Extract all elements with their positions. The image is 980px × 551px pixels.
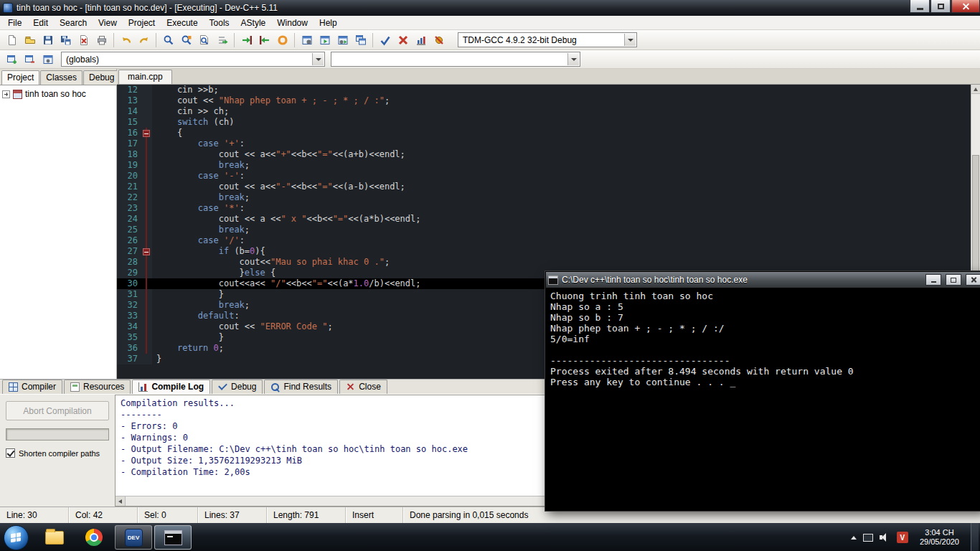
fold-margin[interactable] [141, 149, 152, 160]
fold-toggle-icon[interactable] [143, 130, 150, 137]
code-text[interactable]: break; [152, 192, 250, 203]
fold-margin[interactable] [141, 300, 152, 311]
print-icon[interactable] [93, 32, 110, 49]
code-text[interactable]: cout<<"Mau so phai khac 0 ."; [152, 257, 390, 268]
code-text[interactable]: break; [152, 300, 250, 311]
line-number[interactable]: 20 [117, 171, 141, 182]
code-text[interactable]: { [152, 128, 182, 138]
member-select[interactable] [331, 52, 580, 67]
member-dropdown-arrow[interactable] [567, 53, 579, 65]
code-text[interactable]: break; [152, 160, 250, 171]
menu-view[interactable]: View [93, 16, 123, 29]
code-line[interactable]: 26 case '/': [117, 235, 971, 246]
fold-margin[interactable] [141, 289, 152, 300]
code-text[interactable]: case '/': [152, 235, 245, 246]
fold-margin[interactable] [141, 117, 152, 128]
syntax-check-icon[interactable] [376, 32, 394, 49]
menu-file[interactable]: File [2, 16, 27, 29]
show-desktop-button[interactable] [971, 523, 979, 551]
fold-margin[interactable] [141, 311, 152, 321]
code-text[interactable]: cin >>b; [152, 85, 219, 95]
line-number[interactable]: 34 [117, 321, 141, 332]
remove-from-project-icon[interactable] [21, 51, 39, 68]
show-hidden-icons-icon[interactable] [851, 536, 857, 540]
fold-margin[interactable] [141, 268, 152, 278]
goto-implementation-icon[interactable] [255, 32, 273, 49]
code-text[interactable]: break; [152, 225, 250, 235]
fold-margin[interactable] [141, 354, 152, 364]
compile-icon[interactable] [298, 32, 316, 49]
globals-select[interactable]: (globals) [61, 52, 325, 67]
console-output[interactable]: Chuong trinh tinh toan so hocNhap so a :… [546, 288, 980, 510]
code-text[interactable]: switch (ch) [152, 117, 234, 128]
tab-find-results[interactable]: Find Results [264, 380, 338, 394]
fold-toggle-icon[interactable] [143, 248, 150, 255]
line-number[interactable]: 17 [117, 138, 141, 149]
console-maximize-button[interactable] [946, 274, 961, 286]
code-text[interactable]: }else { [152, 268, 275, 278]
line-number[interactable]: 29 [117, 268, 141, 278]
breakpoint-icon[interactable] [273, 32, 291, 49]
tab-compiler[interactable]: Compiler [2, 380, 62, 394]
goto-declaration-icon[interactable] [237, 32, 255, 49]
code-text[interactable]: case '-': [152, 171, 245, 182]
tab-debug[interactable]: Debug [83, 70, 120, 85]
delete-profiling-icon[interactable] [430, 32, 448, 49]
find-in-files-icon[interactable] [195, 32, 213, 49]
code-text[interactable]: cout << a<<"+"<<b<<"="<<(a+b)<<endl; [152, 149, 405, 160]
fold-margin[interactable] [141, 278, 152, 289]
app-icon[interactable] [3, 3, 13, 13]
tab-classes[interactable]: Classes [40, 70, 83, 85]
console-title-bar[interactable]: C:\Dev c++\tinh toan so hoc\tinh toan so… [546, 272, 980, 288]
code-text[interactable]: cin >> ch; [152, 106, 229, 117]
shorten-paths-checkbox[interactable] [6, 448, 15, 458]
save-all-icon[interactable] [57, 32, 75, 49]
code-line[interactable]: 21 cout << a<<"-"<<b<<"="<<(a-b)<<endl; [117, 182, 971, 192]
code-line[interactable]: 17 case '+': [117, 138, 971, 149]
menu-window[interactable]: Window [271, 16, 314, 29]
run-icon[interactable] [316, 32, 334, 49]
code-text[interactable]: cout << a<<"-"<<b<<"="<<(a-b)<<endl; [152, 182, 405, 192]
line-number[interactable]: 27 [117, 246, 141, 257]
fold-margin[interactable] [141, 138, 152, 149]
taskbar-item-chrome[interactable] [75, 525, 113, 550]
code-line[interactable]: 22 break; [117, 192, 971, 203]
new-source-icon[interactable] [3, 32, 21, 49]
open-file-icon[interactable] [21, 32, 39, 49]
code-line[interactable]: 14 cin >> ch; [117, 106, 971, 117]
code-text[interactable]: cout << "Nhap phep toan + ; - ; * ; / :"… [152, 95, 390, 106]
code-text[interactable]: case '+': [152, 138, 245, 149]
code-text[interactable]: case '*': [152, 203, 245, 214]
code-line[interactable]: 12 cin >>b; [117, 85, 971, 95]
tab-close[interactable]: Close [339, 380, 387, 394]
line-number[interactable]: 37 [117, 354, 141, 364]
tab-debug[interactable]: Debug [212, 380, 263, 394]
code-text[interactable]: cout << "ERROR Code "; [152, 321, 333, 332]
line-number[interactable]: 28 [117, 257, 141, 268]
unikey-icon[interactable]: V [897, 532, 908, 543]
shorten-paths-option[interactable]: Shorten compiler paths [6, 448, 109, 458]
code-text[interactable]: cout<<a<< "/"<<b<<"="<<(a*1.0/b)<<endl; [152, 278, 421, 289]
code-line[interactable]: 27 if (b=0){ [117, 246, 971, 257]
abort-compilation-button[interactable]: Abort Compilation [6, 401, 109, 420]
replace-icon[interactable] [177, 32, 195, 49]
fold-margin[interactable] [141, 203, 152, 214]
code-text[interactable]: cout << a <<" x "<<b<<"="<<(a*b)<<endl; [152, 214, 420, 225]
line-number[interactable]: 12 [117, 85, 141, 95]
fold-margin[interactable] [141, 106, 152, 117]
line-number[interactable]: 30 [117, 278, 141, 289]
find-icon[interactable] [159, 32, 177, 49]
fold-margin[interactable] [141, 95, 152, 106]
code-text[interactable]: } [152, 289, 224, 300]
code-line[interactable]: 20 case '-': [117, 171, 971, 182]
line-number[interactable]: 22 [117, 192, 141, 203]
scroll-left-arrow-icon[interactable] [116, 496, 126, 506]
code-line[interactable]: 16 { [117, 128, 971, 138]
fold-margin[interactable] [141, 128, 152, 138]
project-options-icon[interactable] [39, 51, 57, 68]
add-to-project-icon[interactable] [3, 51, 21, 68]
fold-margin[interactable] [141, 85, 152, 95]
tab-resources[interactable]: Resources [64, 380, 131, 394]
project-tree-item[interactable]: tinh toan so hoc [2, 89, 114, 99]
menu-tools[interactable]: Tools [204, 16, 235, 29]
